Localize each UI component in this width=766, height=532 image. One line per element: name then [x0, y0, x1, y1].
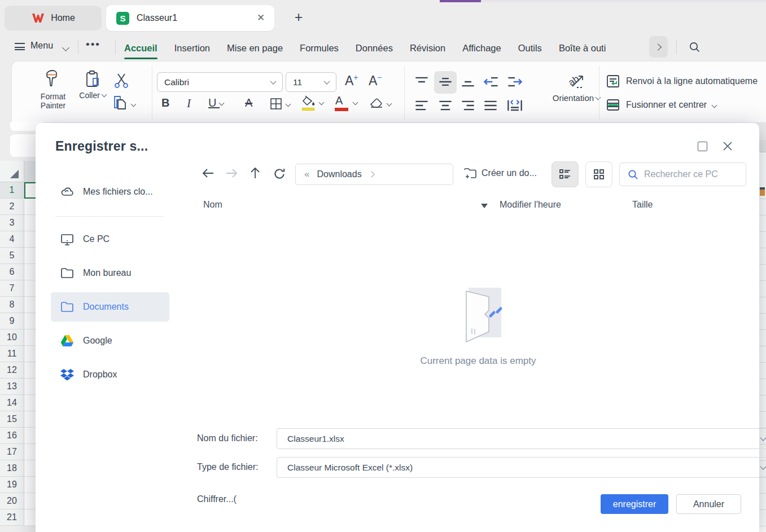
row-header-20[interactable]: 20 — [0, 493, 24, 509]
cell-fragment[interactable] — [24, 231, 36, 248]
cell-fragment[interactable] — [24, 509, 36, 526]
justify-icon[interactable] — [483, 99, 498, 112]
cell-fragment[interactable] — [24, 215, 36, 231]
back-icon[interactable] — [202, 166, 215, 180]
sidebar-item-cloud-files[interactable]: Mes fichiers clo... — [51, 179, 169, 204]
cancel-button[interactable]: Annuler — [676, 494, 741, 514]
borders-button[interactable] — [269, 97, 283, 113]
paste-button[interactable]: Coller — [73, 69, 112, 100]
decrease-indent-icon[interactable] — [483, 76, 499, 88]
align-bottom-icon[interactable] — [461, 76, 475, 88]
font-name-combobox[interactable]: Calibri — [157, 72, 283, 92]
align-right-icon[interactable] — [461, 99, 475, 112]
strikethrough-button[interactable]: A — [245, 96, 252, 109]
menu-tab-boite-a-outils[interactable]: Boîte à outi — [558, 39, 607, 57]
bold-button[interactable]: B — [161, 96, 169, 109]
menu-tab-donnees[interactable]: Données — [354, 39, 394, 57]
breadcrumb-collapse-icon[interactable]: « — [304, 169, 309, 180]
cell-fragment[interactable] — [24, 428, 36, 444]
breadcrumb[interactable]: « Downloads — [295, 164, 453, 185]
chevron-right-icon[interactable] — [368, 171, 374, 177]
forward-icon[interactable] — [225, 166, 238, 180]
row-header-6[interactable]: 6 — [0, 264, 24, 280]
row-header-17[interactable]: 17 — [0, 444, 24, 460]
row-header-5[interactable]: 5 — [0, 248, 24, 264]
column-header-modified[interactable]: Modifier l'heure — [500, 200, 561, 210]
filetype-combobox[interactable]: Classeur Microsoft Excel (*.xlsx) — [277, 457, 766, 478]
home-tab[interactable]: Home — [5, 6, 102, 30]
grid-view-button[interactable] — [585, 161, 612, 187]
cell-fragment[interactable] — [24, 444, 36, 460]
row-header-2[interactable]: 2 — [0, 199, 24, 215]
align-middle-icon[interactable] — [438, 76, 453, 88]
cell-fragment[interactable] — [24, 248, 36, 264]
cell-fragment[interactable] — [24, 477, 36, 493]
column-header-name[interactable]: Nom — [203, 200, 222, 210]
row-header-1[interactable]: 1 — [0, 182, 24, 199]
italic-button[interactable]: I — [187, 96, 191, 111]
row-header-15[interactable]: 15 — [0, 411, 24, 428]
cell-fragment[interactable] — [24, 346, 36, 362]
create-folder-button[interactable]: Créer un do... — [463, 167, 537, 179]
align-left-icon[interactable] — [414, 99, 429, 112]
font-color-button[interactable]: A — [335, 94, 343, 107]
row-header-10[interactable]: 10 — [0, 329, 24, 346]
refresh-icon[interactable] — [273, 167, 286, 181]
search-field[interactable] — [619, 162, 746, 186]
menu-button[interactable]: Menu — [30, 41, 53, 51]
encrypt-link[interactable]: Chiffrer...( — [197, 494, 237, 504]
close-tab-icon[interactable]: ✕ — [255, 12, 266, 24]
column-a-header-fragment[interactable] — [24, 161, 36, 182]
distributed-alignment-icon[interactable] — [507, 99, 523, 112]
row-header-14[interactable]: 14 — [0, 395, 24, 411]
column-header-size[interactable]: Taille — [632, 200, 653, 210]
cell-fragment[interactable] — [24, 329, 36, 346]
row-header-4[interactable]: 4 — [0, 231, 24, 248]
menu-tab-insertion[interactable]: Insertion — [173, 39, 211, 57]
cell-fragment[interactable] — [24, 460, 36, 477]
cell-fragment[interactable] — [24, 313, 36, 329]
row-header-13[interactable]: 13 — [0, 379, 24, 395]
font-size-combobox[interactable]: 11 — [286, 72, 336, 92]
decrease-font-size-button[interactable]: A− — [369, 73, 382, 89]
cell-fragment[interactable] — [24, 280, 36, 297]
cell-fragment[interactable] — [24, 362, 36, 379]
row-header-8[interactable]: 8 — [0, 297, 24, 313]
sidebar-item-documents[interactable]: Documents — [51, 292, 169, 322]
search-input[interactable] — [644, 169, 737, 179]
cell-fragment[interactable] — [24, 411, 36, 428]
row-header-3[interactable]: 3 — [0, 215, 24, 231]
search-icon[interactable] — [689, 41, 701, 53]
hamburger-menu-icon[interactable] — [15, 43, 25, 50]
row-header-12[interactable]: 12 — [0, 362, 24, 379]
cell-fragment[interactable] — [24, 395, 36, 411]
maximize-icon[interactable] — [698, 142, 707, 151]
breadcrumb-current-folder[interactable]: Downloads — [317, 169, 361, 179]
new-tab-button[interactable]: + — [291, 10, 306, 25]
save-button[interactable]: enregistrer — [601, 494, 668, 514]
fill-color-button[interactable] — [301, 95, 316, 109]
wrap-text-button[interactable]: Renvoi à la ligne automatiqueme — [606, 74, 766, 89]
cut-icon[interactable] — [112, 72, 130, 89]
more-ribbon-tabs-button[interactable] — [649, 36, 668, 58]
menu-tab-accueil[interactable]: Accueil — [123, 39, 159, 57]
active-cell-a1[interactable] — [24, 182, 36, 199]
filename-combobox[interactable]: Classeur1.xlsx — [277, 428, 766, 449]
cell-fragment[interactable] — [24, 199, 36, 215]
menu-tab-formules[interactable]: Formules — [299, 39, 340, 57]
cell-fragment[interactable] — [24, 379, 36, 395]
row-header-16[interactable]: 16 — [0, 428, 24, 444]
row-header-19[interactable]: 19 — [0, 477, 24, 493]
menu-tab-revision[interactable]: Révision — [409, 39, 447, 57]
row-header-21[interactable]: 21 — [0, 509, 24, 526]
close-icon[interactable] — [722, 140, 733, 152]
document-tab[interactable]: S Classeur1 ✕ — [106, 5, 274, 31]
increase-font-size-button[interactable]: A+ — [345, 73, 358, 89]
increase-indent-icon[interactable] — [507, 76, 523, 88]
up-icon[interactable] — [248, 166, 262, 180]
align-center-icon[interactable] — [438, 99, 453, 112]
cell-fragment[interactable] — [24, 264, 36, 280]
format-painter-button[interactable]: Format Painter — [29, 68, 77, 110]
merge-center-button[interactable]: Fusionner et centrer — [606, 98, 766, 112]
menu-tab-mise-en-page[interactable]: Mise en page — [226, 39, 284, 57]
